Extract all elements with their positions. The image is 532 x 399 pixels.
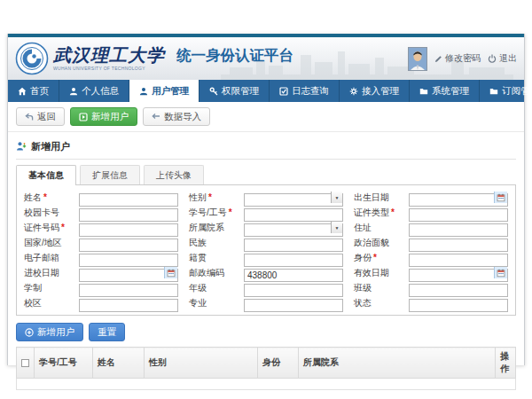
- calendar-icon[interactable]: [494, 267, 507, 278]
- form-input[interactable]: [244, 254, 343, 267]
- nav-tab-users[interactable]: 用户管理: [129, 80, 200, 102]
- form-input[interactable]: [244, 284, 343, 297]
- power-icon: [488, 54, 497, 63]
- form-field: 状态: [348, 295, 513, 310]
- add-user-button[interactable]: 新增用户: [70, 107, 137, 126]
- nav-tab-label: 权限管理: [222, 85, 259, 98]
- data-import-button[interactable]: 数据导入: [143, 107, 210, 126]
- form-input[interactable]: [409, 208, 508, 222]
- form-row: 证件号码*所属院系▼住址: [19, 220, 513, 235]
- text-field: [244, 236, 343, 249]
- calendar-icon[interactable]: [164, 267, 177, 278]
- form-field: 年级: [184, 280, 348, 295]
- nav-tab-label: 个人信息: [82, 85, 119, 98]
- form-row: 校区专业状态: [19, 295, 513, 310]
- field-label: 电子邮箱: [24, 252, 79, 264]
- data-import-label: 数据导入: [164, 111, 201, 123]
- field-label-text: 民族: [189, 238, 207, 247]
- form-input[interactable]: [79, 208, 178, 222]
- tab-upload-avatar[interactable]: 上传头像: [144, 165, 204, 184]
- field-label-text: 出生日期: [354, 192, 389, 202]
- field-label-text: 有效日期: [354, 268, 389, 278]
- table-column-header: 操作: [496, 348, 516, 379]
- field-label-text: 国家/地区: [24, 238, 62, 247]
- nav-tab-system[interactable]: 系统管理: [410, 80, 480, 102]
- form-row: 进校日期邮政编码有效日期: [19, 265, 513, 280]
- nav-tab-access[interactable]: 接入管理: [340, 80, 410, 102]
- form-input[interactable]: [244, 223, 343, 237]
- submit-add-user-button[interactable]: 新增用户: [16, 323, 83, 341]
- form-row: 姓名*性别*▼出生日期: [19, 190, 513, 205]
- table-column-header: 姓名: [93, 348, 145, 379]
- logout-link[interactable]: 退出: [488, 52, 517, 65]
- nav-tab-logs[interactable]: 日志查询: [270, 80, 340, 102]
- nav-tab-profile[interactable]: 个人信息: [59, 80, 129, 102]
- content: 返回 新增用户 数据导入: [8, 102, 524, 365]
- nav-tab-label: 日志查询: [292, 85, 329, 98]
- text-field: [79, 281, 178, 294]
- form-input[interactable]: [79, 239, 178, 252]
- select-all-checkbox[interactable]: [21, 359, 29, 367]
- field-label-text: 住址: [354, 223, 372, 232]
- change-password-label: 修改密码: [445, 52, 481, 65]
- university-name-en: WUHAN UNIVERSITY OF TECHNOLOGY: [53, 66, 165, 71]
- folder-icon: [419, 87, 428, 96]
- nav-tab-permissions[interactable]: 权限管理: [200, 80, 270, 102]
- section-title-row: 新增用户: [16, 136, 516, 160]
- text-field: [244, 296, 343, 309]
- calendar-icon[interactable]: [494, 192, 507, 203]
- users-table-empty-row: [17, 379, 516, 390]
- university-name: 武汉理工大学: [53, 46, 165, 65]
- field-label-text: 年级: [189, 283, 207, 293]
- form-field: 政治面貌: [348, 235, 513, 250]
- field-label: 国家/地区: [24, 237, 79, 249]
- select-field: ▼: [244, 191, 343, 204]
- form-input[interactable]: [244, 239, 343, 252]
- nav-tab-label: 系统管理: [432, 85, 469, 98]
- form-input[interactable]: [79, 254, 178, 267]
- form-field: 证件类型*: [348, 205, 513, 220]
- text-field: [409, 221, 508, 234]
- field-label: 住址: [354, 222, 409, 234]
- add-user-section: 新增用户 基本信息扩展信息上传头像 姓名*性别*▼出生日期校园卡号学号/工号*证…: [8, 132, 524, 390]
- field-label-text: 班级: [354, 283, 372, 293]
- text-field: [409, 281, 508, 294]
- tab-basic-info[interactable]: 基本信息: [16, 165, 76, 185]
- form-field: 籍贯: [184, 250, 348, 265]
- form-input[interactable]: [409, 254, 508, 267]
- form-input[interactable]: [244, 193, 343, 207]
- form-input[interactable]: [79, 284, 178, 297]
- user-avatar[interactable]: [408, 47, 427, 71]
- chevron-down-icon[interactable]: ▼: [331, 192, 342, 203]
- nav-tab-subscription[interactable]: 订阅管理: [480, 80, 532, 102]
- text-field: [79, 206, 178, 219]
- tab-extended-info[interactable]: 扩展信息: [80, 165, 140, 184]
- form-input[interactable]: [244, 208, 343, 222]
- logout-label: 退出: [499, 52, 517, 65]
- field-label: 民族: [189, 237, 244, 249]
- back-button[interactable]: 返回: [16, 107, 65, 126]
- form-input[interactable]: [79, 223, 178, 237]
- chevron-down-icon[interactable]: ▼: [331, 222, 342, 233]
- field-label: 出生日期: [354, 192, 409, 204]
- form-input[interactable]: [79, 193, 178, 207]
- field-label: 邮政编码: [189, 267, 244, 279]
- date-field: [409, 266, 508, 279]
- field-label: 校园卡号: [24, 207, 79, 219]
- field-label-text: 身份: [354, 253, 372, 262]
- form-input[interactable]: [244, 269, 343, 282]
- change-password-link[interactable]: 修改密码: [434, 52, 481, 65]
- form-input[interactable]: [79, 299, 178, 312]
- form-input[interactable]: [409, 223, 508, 237]
- form-row: 国家/地区民族政治面貌: [19, 235, 513, 250]
- form-input[interactable]: [409, 239, 508, 252]
- form-input[interactable]: [409, 299, 508, 312]
- form-input[interactable]: [409, 284, 508, 297]
- reset-button[interactable]: 重置: [89, 323, 125, 341]
- header: 武汉理工大学 WUHAN UNIVERSITY OF TECHNOLOGY 统一…: [8, 37, 524, 80]
- person-icon: [69, 87, 78, 96]
- text-field: [244, 251, 343, 264]
- nav-tab-home[interactable]: 首页: [8, 80, 59, 102]
- form-input[interactable]: [244, 299, 343, 312]
- field-label: 证件类型*: [354, 207, 409, 219]
